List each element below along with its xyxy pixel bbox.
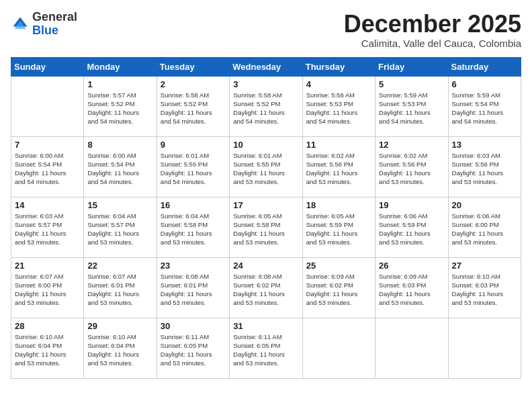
calendar-cell: 22Sunrise: 6:07 AM Sunset: 6:01 PM Dayli… — [84, 257, 157, 318]
day-header-tuesday: Tuesday — [157, 57, 229, 76]
calendar-cell: 15Sunrise: 6:04 AM Sunset: 5:57 PM Dayli… — [84, 197, 157, 257]
day-number: 14 — [15, 200, 80, 210]
day-number: 15 — [87, 200, 152, 210]
day-header-sunday: Sunday — [11, 57, 84, 76]
day-info: Sunrise: 6:10 AM Sunset: 6:04 PM Dayligh… — [15, 332, 80, 368]
day-number: 13 — [452, 140, 517, 150]
day-number: 6 — [452, 79, 517, 89]
calendar-cell: 4Sunrise: 5:58 AM Sunset: 5:53 PM Daylig… — [302, 76, 375, 136]
day-info: Sunrise: 6:11 AM Sunset: 6:05 PM Dayligh… — [233, 332, 298, 368]
day-info: Sunrise: 6:01 AM Sunset: 5:55 PM Dayligh… — [233, 151, 298, 187]
day-info: Sunrise: 6:11 AM Sunset: 6:05 PM Dayligh… — [161, 332, 226, 368]
calendar-cell — [448, 318, 521, 378]
day-info: Sunrise: 6:00 AM Sunset: 5:54 PM Dayligh… — [87, 151, 152, 187]
calendar-cell: 23Sunrise: 6:08 AM Sunset: 6:01 PM Dayli… — [157, 257, 229, 318]
day-number: 11 — [306, 140, 371, 150]
calendar-cell: 6Sunrise: 5:59 AM Sunset: 5:54 PM Daylig… — [448, 76, 521, 136]
calendar-cell: 13Sunrise: 6:03 AM Sunset: 5:56 PM Dayli… — [448, 136, 521, 197]
day-info: Sunrise: 6:06 AM Sunset: 6:00 PM Dayligh… — [452, 212, 517, 247]
day-info: Sunrise: 6:09 AM Sunset: 6:03 PM Dayligh… — [379, 272, 444, 308]
day-info: Sunrise: 6:04 AM Sunset: 5:57 PM Dayligh… — [87, 212, 152, 247]
title-block: December 2025 Calimita, Valle del Cauca,… — [344, 11, 521, 49]
calendar-cell: 1Sunrise: 5:57 AM Sunset: 5:52 PM Daylig… — [84, 76, 157, 136]
calendar-cell: 28Sunrise: 6:10 AM Sunset: 6:04 PM Dayli… — [11, 318, 84, 378]
day-number: 27 — [452, 261, 517, 271]
day-number: 29 — [87, 321, 152, 331]
day-number: 9 — [161, 140, 226, 150]
calendar-cell: 29Sunrise: 6:10 AM Sunset: 6:04 PM Dayli… — [84, 318, 157, 378]
day-number: 24 — [233, 261, 298, 271]
logo-icon — [11, 15, 30, 34]
day-number: 7 — [15, 140, 80, 150]
day-info: Sunrise: 6:05 AM Sunset: 5:59 PM Dayligh… — [306, 212, 371, 247]
day-info: Sunrise: 6:02 AM Sunset: 5:56 PM Dayligh… — [379, 151, 444, 187]
calendar-cell: 11Sunrise: 6:02 AM Sunset: 5:56 PM Dayli… — [302, 136, 375, 197]
day-info: Sunrise: 5:59 AM Sunset: 5:54 PM Dayligh… — [452, 91, 517, 126]
day-number: 30 — [161, 321, 226, 331]
calendar-cell: 20Sunrise: 6:06 AM Sunset: 6:00 PM Dayli… — [448, 197, 521, 257]
month-title: December 2025 — [344, 11, 521, 38]
day-number: 23 — [161, 261, 226, 271]
calendar-week-row: 1Sunrise: 5:57 AM Sunset: 5:52 PM Daylig… — [11, 76, 521, 136]
day-info: Sunrise: 6:07 AM Sunset: 6:01 PM Dayligh… — [87, 272, 152, 308]
calendar-cell: 8Sunrise: 6:00 AM Sunset: 5:54 PM Daylig… — [84, 136, 157, 197]
day-info: Sunrise: 6:02 AM Sunset: 5:56 PM Dayligh… — [306, 151, 371, 187]
day-info: Sunrise: 6:03 AM Sunset: 5:56 PM Dayligh… — [452, 151, 517, 187]
day-number: 18 — [306, 200, 371, 210]
day-info: Sunrise: 5:57 AM Sunset: 5:52 PM Dayligh… — [87, 91, 152, 126]
calendar-week-row: 14Sunrise: 6:03 AM Sunset: 5:57 PM Dayli… — [11, 197, 521, 257]
day-info: Sunrise: 6:08 AM Sunset: 6:01 PM Dayligh… — [161, 272, 226, 308]
day-info: Sunrise: 6:10 AM Sunset: 6:04 PM Dayligh… — [87, 332, 152, 368]
day-number: 1 — [87, 79, 152, 89]
day-number: 22 — [87, 261, 152, 271]
day-info: Sunrise: 6:06 AM Sunset: 5:59 PM Dayligh… — [379, 212, 444, 247]
calendar-cell: 10Sunrise: 6:01 AM Sunset: 5:55 PM Dayli… — [230, 136, 302, 197]
day-info: Sunrise: 5:58 AM Sunset: 5:52 PM Dayligh… — [161, 91, 226, 126]
calendar-cell: 31Sunrise: 6:11 AM Sunset: 6:05 PM Dayli… — [230, 318, 302, 378]
day-header-monday: Monday — [84, 57, 157, 76]
location: Calimita, Valle del Cauca, Colombia — [344, 38, 521, 49]
calendar-cell — [375, 318, 448, 378]
calendar-cell: 24Sunrise: 6:08 AM Sunset: 6:02 PM Dayli… — [230, 257, 302, 318]
day-info: Sunrise: 6:03 AM Sunset: 5:57 PM Dayligh… — [15, 212, 80, 247]
calendar-cell: 17Sunrise: 6:05 AM Sunset: 5:58 PM Dayli… — [230, 197, 302, 257]
calendar-header-row: SundayMondayTuesdayWednesdayThursdayFrid… — [11, 57, 521, 76]
day-number: 26 — [379, 261, 444, 271]
calendar-cell: 2Sunrise: 5:58 AM Sunset: 5:52 PM Daylig… — [157, 76, 229, 136]
calendar-cell: 3Sunrise: 5:58 AM Sunset: 5:52 PM Daylig… — [230, 76, 302, 136]
logo-general: General — [32, 11, 77, 24]
calendar-cell: 30Sunrise: 6:11 AM Sunset: 6:05 PM Dayli… — [157, 318, 229, 378]
day-number: 8 — [87, 140, 152, 150]
day-number: 21 — [15, 261, 80, 271]
day-number: 28 — [15, 321, 80, 331]
day-number: 16 — [161, 200, 226, 210]
day-info: Sunrise: 6:09 AM Sunset: 6:02 PM Dayligh… — [306, 272, 371, 308]
calendar-cell: 7Sunrise: 6:00 AM Sunset: 5:54 PM Daylig… — [11, 136, 84, 197]
day-info: Sunrise: 5:58 AM Sunset: 5:53 PM Dayligh… — [306, 91, 371, 126]
logo: General Blue — [11, 11, 77, 38]
calendar-week-row: 7Sunrise: 6:00 AM Sunset: 5:54 PM Daylig… — [11, 136, 521, 197]
calendar-cell — [11, 76, 84, 136]
day-header-thursday: Thursday — [302, 57, 375, 76]
day-info: Sunrise: 6:07 AM Sunset: 6:00 PM Dayligh… — [15, 272, 80, 308]
logo-text: General Blue — [32, 11, 77, 38]
day-info: Sunrise: 6:05 AM Sunset: 5:58 PM Dayligh… — [233, 212, 298, 247]
day-number: 25 — [306, 261, 371, 271]
day-number: 12 — [379, 140, 444, 150]
calendar-cell: 19Sunrise: 6:06 AM Sunset: 5:59 PM Dayli… — [375, 197, 448, 257]
day-number: 19 — [379, 200, 444, 210]
calendar-cell: 14Sunrise: 6:03 AM Sunset: 5:57 PM Dayli… — [11, 197, 84, 257]
day-number: 31 — [233, 321, 298, 331]
day-number: 4 — [306, 79, 371, 89]
day-header-friday: Friday — [375, 57, 448, 76]
logo-blue: Blue — [32, 24, 77, 38]
day-number: 10 — [233, 140, 298, 150]
day-info: Sunrise: 6:10 AM Sunset: 6:03 PM Dayligh… — [452, 272, 517, 308]
day-info: Sunrise: 6:08 AM Sunset: 6:02 PM Dayligh… — [233, 272, 298, 308]
day-number: 3 — [233, 79, 298, 89]
day-header-saturday: Saturday — [448, 57, 521, 76]
day-number: 17 — [233, 200, 298, 210]
page-header: General Blue December 2025 Calimita, Val… — [11, 11, 521, 49]
day-number: 5 — [379, 79, 444, 89]
day-info: Sunrise: 6:04 AM Sunset: 5:58 PM Dayligh… — [161, 212, 226, 247]
